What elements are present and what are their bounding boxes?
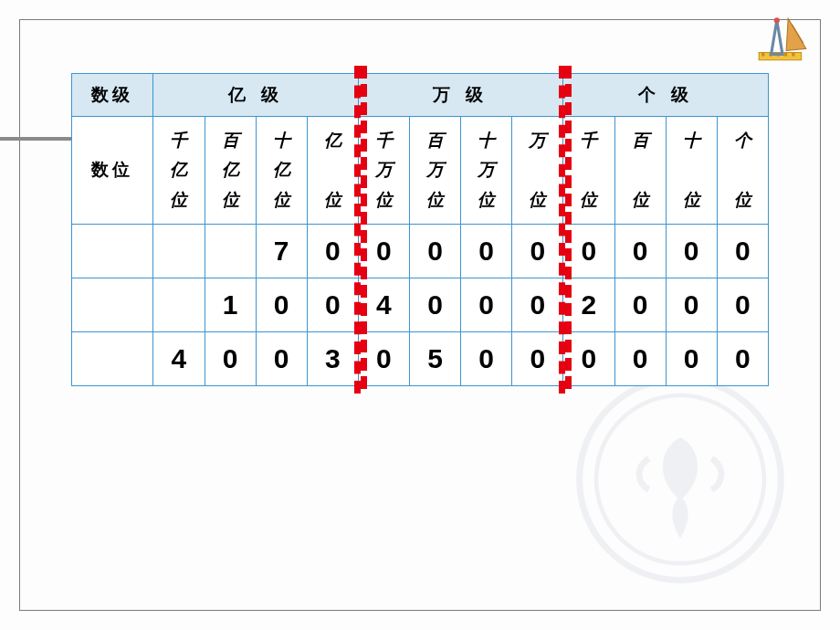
- place-2: 十亿位: [256, 117, 307, 225]
- place-9: 百位: [614, 117, 666, 225]
- ge-level-header: 个 级: [563, 74, 769, 117]
- place-8: 千位: [563, 117, 614, 225]
- svg-marker-10: [786, 18, 806, 50]
- place-0: 千亿位: [153, 117, 205, 225]
- r1c5: 0: [410, 224, 461, 278]
- r1c6: 0: [461, 224, 512, 278]
- place-4: 千万位: [358, 117, 409, 225]
- r2c7: 0: [512, 278, 563, 331]
- r3c5: 5: [410, 331, 461, 385]
- place-11: 个位: [717, 117, 768, 225]
- svg-point-9: [774, 17, 780, 23]
- r2c9: 0: [614, 278, 666, 331]
- r2c4: 4: [358, 278, 409, 331]
- r1c4: 0: [358, 224, 409, 278]
- wan-level-header: 万 级: [358, 74, 563, 117]
- place-5: 百万位: [410, 117, 461, 225]
- r3c3: 3: [307, 331, 358, 385]
- r3c7: 0: [512, 331, 563, 385]
- level-label-cell: 数级: [72, 74, 153, 117]
- number-row-3: 4 0 0 3 0 5 0 0 0 0 0 0: [72, 331, 769, 385]
- r2c5: 0: [410, 278, 461, 331]
- r1c7: 0: [512, 224, 563, 278]
- r2c11: 0: [717, 278, 768, 331]
- r3c1: 0: [205, 331, 256, 385]
- place-7: 万位: [512, 117, 563, 225]
- r3c0: 4: [153, 331, 205, 385]
- r2c2: 0: [256, 278, 307, 331]
- r2c8: 2: [563, 278, 614, 331]
- tools-icon: [754, 11, 811, 68]
- row2-label: [72, 278, 153, 331]
- r3c2: 0: [256, 331, 307, 385]
- place-header-row: 数位 千亿位 百亿位 十亿位 亿位 千万位 百万位 十万位 万位 千位 百位 十…: [72, 117, 769, 225]
- r1c3: 0: [307, 224, 358, 278]
- level-header-row: 数级 亿 级 万 级 个 级: [72, 74, 769, 117]
- r2c6: 0: [461, 278, 512, 331]
- r1c0: [153, 224, 205, 278]
- row1-label: [72, 224, 153, 278]
- r1c8: 0: [563, 224, 614, 278]
- r3c9: 0: [614, 331, 666, 385]
- number-row-2: 1 0 0 4 0 0 0 2 0 0 0: [72, 278, 769, 331]
- r3c10: 0: [666, 331, 717, 385]
- svg-rect-6: [784, 52, 787, 56]
- number-row-1: 7 0 0 0 0 0 0 0 0 0: [72, 224, 769, 278]
- place-label-cell: 数位: [72, 117, 153, 225]
- svg-marker-8: [772, 20, 782, 54]
- r2c10: 0: [666, 278, 717, 331]
- yi-level-header: 亿 级: [153, 74, 359, 117]
- r3c11: 0: [717, 331, 768, 385]
- place-10: 十位: [666, 117, 717, 225]
- r1c9: 0: [614, 224, 666, 278]
- place-6: 十万位: [461, 117, 512, 225]
- place-1: 百亿位: [205, 117, 256, 225]
- watermark-logo: [575, 374, 785, 584]
- r3c6: 0: [461, 331, 512, 385]
- r2c0: [153, 278, 205, 331]
- r2c3: 0: [307, 278, 358, 331]
- r1c2: 7: [256, 224, 307, 278]
- r1c10: 0: [666, 224, 717, 278]
- r3c8: 0: [563, 331, 614, 385]
- r2c1: 1: [205, 278, 256, 331]
- row3-label: [72, 331, 153, 385]
- svg-rect-7: [792, 52, 794, 56]
- r3c4: 0: [358, 331, 409, 385]
- place-value-table: 数级 亿 级 万 级 个 级 数位 千亿位 百亿位 十亿位 亿位 千万位 百万位…: [71, 73, 769, 386]
- left-rule: [0, 137, 71, 141]
- r1c1: [205, 224, 256, 278]
- r1c11: 0: [717, 224, 768, 278]
- svg-rect-3: [761, 52, 764, 56]
- place-3: 亿位: [307, 117, 358, 225]
